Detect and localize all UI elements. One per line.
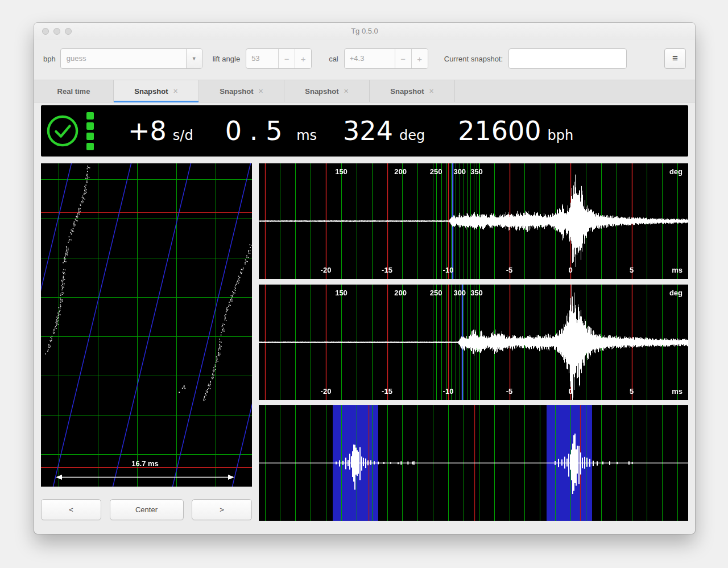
beat-error-readout: 0.5 ms — [225, 116, 317, 146]
signal-level-indicator — [86, 112, 94, 150]
minus-button[interactable]: − — [395, 49, 411, 68]
clock-check-icon — [46, 114, 79, 147]
chevron-down-icon[interactable]: ▼ — [186, 49, 202, 68]
cal-stepper[interactable]: +4.3 − + — [344, 48, 428, 69]
wf-tick-label: -5 — [506, 387, 513, 396]
tab-label: Snapshot — [390, 87, 424, 96]
wf-tick-label: -20 — [321, 266, 332, 274]
wf-tick-label: 0 — [568, 266, 572, 274]
center-button[interactable]: Center — [110, 499, 184, 520]
tock-waveform-panel: 150200250300350deg-20-15-10-505ms — [259, 285, 688, 400]
wf-tick-label: -20 — [321, 387, 332, 396]
wf-tick-label: 150 — [335, 167, 348, 176]
tab-bar: Real time Snapshot × Snapshot × Snapshot… — [34, 80, 695, 102]
tab-snapshot-3[interactable]: Snapshot × — [284, 80, 370, 102]
beat-error-value: 0.5 — [225, 116, 291, 146]
bph-combobox-value: guess — [61, 49, 186, 68]
signal-level-segment — [86, 133, 94, 140]
wf-tick-label: deg — [669, 289, 682, 297]
title-bar: Tg 0.5.0 — [34, 23, 695, 40]
wf-tick-label: -10 — [443, 387, 454, 396]
wf-tick-label: ms — [672, 266, 682, 274]
current-snapshot-label: Current snapshot: — [444, 55, 503, 63]
readout-panel: +8 s/d 0.5 ms 324 deg 21600 bph — [41, 105, 688, 157]
lift-angle-stepper[interactable]: 53 − + — [246, 48, 312, 69]
signal-level-segment — [86, 122, 94, 130]
tick-waveform-display — [259, 163, 688, 279]
current-snapshot-input[interactable] — [508, 48, 627, 69]
tab-snapshot-4[interactable]: Snapshot × — [370, 80, 455, 102]
wf-tick-label: 0 — [568, 387, 572, 396]
audio-waveform-panel — [259, 405, 688, 521]
amplitude-value: 324 — [343, 116, 393, 146]
amplitude-unit: deg — [399, 127, 425, 143]
wf-tick-label: 250 — [430, 289, 442, 297]
tock-waveform-display — [259, 285, 688, 400]
wf-tick-label: -15 — [382, 266, 392, 274]
wf-tick-label: 250 — [430, 167, 442, 176]
tab-label: Snapshot — [305, 87, 338, 96]
wf-tick-label: -5 — [506, 266, 513, 274]
wf-tick-label: 150 — [335, 289, 348, 297]
bph-unit: bph — [547, 127, 573, 143]
audio-waveform-display — [259, 405, 688, 521]
tick-waveform-panel: 150200250300350deg-20-15-10-505ms — [259, 163, 688, 279]
wf-tick-label: 350 — [470, 167, 483, 176]
tab-real-time[interactable]: Real time — [34, 80, 114, 102]
wf-tick-label: -15 — [382, 387, 392, 396]
bph-readout: 21600 bph — [458, 116, 573, 146]
tab-snapshot-2[interactable]: Snapshot × — [199, 80, 284, 102]
wf-tick-label: 5 — [630, 387, 634, 396]
window-title: Tg 0.5.0 — [34, 27, 695, 35]
cal-label: cal — [329, 55, 338, 63]
tab-close-icon[interactable]: × — [259, 87, 263, 96]
trace-nav-buttons: < Center > — [41, 499, 252, 520]
trace-display — [41, 163, 252, 487]
wf-tick-label: 5 — [630, 266, 634, 274]
bph-combobox[interactable]: guess ▼ — [60, 48, 202, 69]
rate-value: +8 — [128, 116, 167, 146]
wf-tick-label: 300 — [453, 289, 466, 297]
app-window: Tg 0.5.0 bph guess ▼ lift angle 53 − + c… — [34, 23, 695, 534]
trace-scale-label: 16.7 ms — [131, 459, 159, 468]
wf-tick-label: 300 — [453, 167, 466, 176]
plus-button[interactable]: + — [411, 49, 428, 68]
hamburger-icon: ≡ — [672, 53, 678, 64]
rate-unit: s/d — [173, 127, 193, 143]
amplitude-readout: 324 deg — [343, 116, 425, 146]
toolbar: bph guess ▼ lift angle 53 − + cal +4.3 −… — [34, 46, 695, 72]
wf-tick-label: 350 — [470, 289, 483, 297]
bph-value: 21600 — [458, 116, 541, 146]
signal-level-segment — [86, 143, 94, 150]
menu-button[interactable]: ≡ — [664, 48, 686, 69]
tab-label: Real time — [57, 87, 90, 96]
bph-label: bph — [43, 55, 56, 63]
scroll-right-button[interactable]: > — [192, 499, 252, 520]
minus-button[interactable]: − — [278, 49, 295, 68]
wf-tick-label: -10 — [443, 266, 454, 274]
wf-tick-label: 200 — [394, 289, 407, 297]
plus-button[interactable]: + — [295, 49, 311, 68]
wf-tick-label: 200 — [394, 167, 407, 176]
tab-snapshot-1[interactable]: Snapshot × — [114, 80, 199, 102]
beat-error-unit: ms — [296, 127, 317, 143]
cal-value: +4.3 — [345, 49, 395, 68]
tab-close-icon[interactable]: × — [429, 87, 434, 96]
tab-label: Snapshot — [220, 87, 253, 96]
lift-angle-label: lift angle — [213, 55, 240, 63]
wf-tick-label: deg — [669, 167, 682, 176]
lift-angle-value: 53 — [246, 49, 278, 68]
tab-label: Snapshot — [134, 87, 168, 96]
tab-close-icon[interactable]: × — [173, 87, 178, 96]
trace-display-panel: 16.7 ms — [41, 163, 252, 487]
scroll-left-button[interactable]: < — [41, 499, 101, 520]
rate-readout: +8 s/d — [128, 116, 193, 146]
tab-close-icon[interactable]: × — [344, 87, 349, 96]
wf-tick-label: ms — [672, 387, 682, 396]
signal-level-segment — [86, 112, 94, 120]
